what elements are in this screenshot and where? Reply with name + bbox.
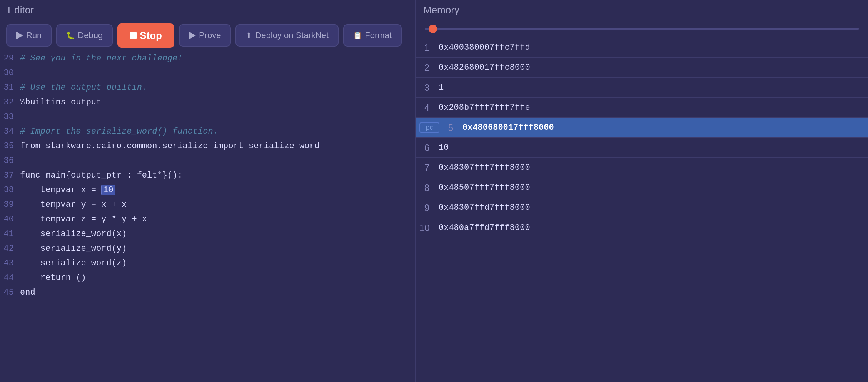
- code-line-34: 34 # Import the serialize_word() functio…: [0, 124, 415, 139]
- code-line-36: 36: [0, 153, 415, 168]
- code-line-33: 33: [0, 109, 415, 124]
- memory-panel: Memory 1 0x400380007ffc7ffd 2 0x48268001…: [416, 0, 868, 382]
- debug-label: Debug: [78, 30, 103, 40]
- code-line-45: 45 end: [0, 285, 415, 300]
- code-line-38: 38 tempvar x = 10: [0, 183, 415, 197]
- debug-button[interactable]: 🐛 Debug: [56, 24, 113, 47]
- editor-panel: Editor Run 🐛 Debug Stop Prove ⬆ Deploy o…: [0, 0, 416, 382]
- memory-row-6: 6 10: [416, 138, 868, 158]
- editor-title: Editor: [0, 0, 415, 20]
- code-line-39: 39 tempvar y = x + x: [0, 197, 415, 212]
- memory-row-5: pc 5 0x480680017fff8000: [416, 118, 868, 138]
- stop-label: Stop: [140, 30, 162, 42]
- code-line-44: 44 return (): [0, 270, 415, 285]
- code-line-40: 40 tempvar z = y * y + x: [0, 212, 415, 226]
- memory-row-9: 9 0x48307ffd7fff8000: [416, 198, 868, 218]
- memory-row-8: 8 0x48507fff7fff8000: [416, 178, 868, 198]
- run-icon: [16, 32, 23, 39]
- slider-area: [416, 20, 868, 34]
- debug-icon: 🐛: [66, 31, 75, 40]
- deploy-button[interactable]: ⬆ Deploy on StarkNet: [235, 24, 339, 47]
- format-icon: 📋: [353, 31, 362, 40]
- code-area[interactable]: 29 # See you in the next challenge! 30 3…: [0, 51, 415, 382]
- memory-slider-track: [425, 28, 859, 30]
- code-line-29: 29 # See you in the next challenge!: [0, 51, 415, 65]
- pc-badge: pc: [419, 122, 439, 133]
- memory-row-2: 2 0x482680017ffc8000: [416, 58, 868, 78]
- memory-row-10: 10 0x480a7ffd7fff8000: [416, 218, 868, 238]
- memory-slider-thumb[interactable]: [429, 25, 437, 33]
- code-line-32: 32 %builtins output: [0, 95, 415, 109]
- prove-icon: [189, 32, 196, 39]
- memory-table-container: 1 0x400380007ffc7ffd 2 0x482680017ffc800…: [416, 38, 868, 378]
- code-line-31: 31 # Use the output builtin.: [0, 80, 415, 95]
- deploy-label: Deploy on StarkNet: [255, 30, 329, 40]
- memory-title: Memory: [416, 0, 868, 20]
- code-line-30: 30: [0, 65, 415, 80]
- code-line-43: 43 serialize_word(z): [0, 256, 415, 270]
- code-line-35: 35 from starkware.cairo.common.serialize…: [0, 139, 415, 153]
- stop-button[interactable]: Stop: [117, 23, 174, 48]
- format-button[interactable]: 📋 Format: [343, 24, 402, 47]
- run-button[interactable]: Run: [6, 24, 52, 47]
- format-label: Format: [365, 30, 392, 40]
- highlight-10: 10: [101, 185, 115, 195]
- code-line-37: 37 func main{output_ptr : felt*}():: [0, 168, 415, 183]
- code-line-41: 41 serialize_word(x): [0, 226, 415, 241]
- memory-row-3: 3 1: [416, 78, 868, 98]
- toolbar: Run 🐛 Debug Stop Prove ⬆ Deploy on Stark…: [0, 20, 415, 51]
- run-label: Run: [26, 30, 42, 40]
- prove-button[interactable]: Prove: [179, 24, 231, 47]
- code-line-42: 42 serialize_word(y): [0, 241, 415, 256]
- upload-icon: ⬆: [245, 31, 252, 40]
- memory-row-1: 1 0x400380007ffc7ffd: [416, 38, 868, 58]
- prove-label: Prove: [199, 30, 221, 40]
- memory-row-7: 7 0x48307fff7fff8000: [416, 158, 868, 178]
- memory-row-4: 4 0x208b7fff7fff7ffe: [416, 98, 868, 118]
- stop-icon: [130, 32, 137, 39]
